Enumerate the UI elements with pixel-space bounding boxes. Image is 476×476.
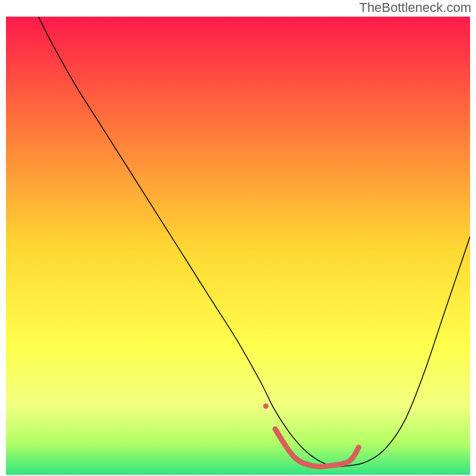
bottleneck-chart: [6, 17, 470, 475]
watermark-text: TheBottleneck.com: [359, 0, 471, 15]
chart-svg: [6, 17, 470, 475]
highlight-dot-icon: [263, 403, 268, 409]
